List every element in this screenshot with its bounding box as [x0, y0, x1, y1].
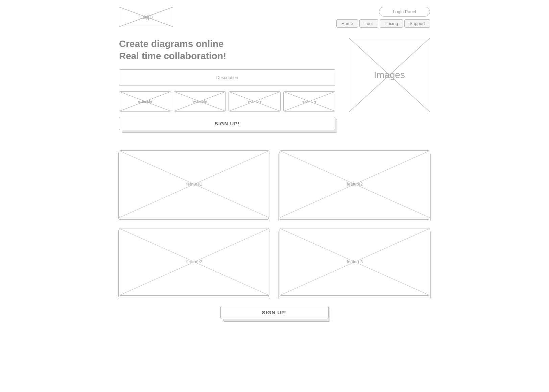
- feature-card-4: feature3: [280, 228, 430, 296]
- svg-line-0: [119, 7, 173, 27]
- feature-card-2-front: feature2: [280, 150, 430, 218]
- header: Logo Login Panel Home Tour Pricing Suppo…: [119, 7, 430, 28]
- login-panel[interactable]: Login Panel: [379, 7, 430, 17]
- nav-area: Login Panel Home Tour Pricing Support: [336, 7, 430, 28]
- hero-left: Create diagrams online Real time collabo…: [119, 38, 335, 133]
- bottom-signup-wrapper: SIGN UP!: [220, 306, 329, 319]
- examples-row: example example example: [119, 91, 335, 112]
- nav-pricing[interactable]: Pricing: [380, 19, 403, 28]
- feature-2-label: feature2: [347, 181, 363, 187]
- example-label-4: example: [302, 99, 316, 103]
- nav-links: Home Tour Pricing Support: [336, 19, 430, 28]
- example-2: example: [174, 91, 226, 112]
- svg-line-1: [119, 7, 173, 27]
- nav-home[interactable]: Home: [336, 19, 358, 28]
- features-section: feature1 feature2: [119, 150, 430, 296]
- signup-button[interactable]: SIGN UP!: [119, 117, 335, 130]
- example-3: example: [229, 91, 281, 112]
- feature-4-label: feature3: [347, 259, 363, 264]
- feature-card-4-front: feature3: [280, 228, 430, 296]
- bottom-signup: SIGN UP!: [119, 306, 430, 319]
- bottom-signup-button[interactable]: SIGN UP!: [220, 306, 329, 319]
- example-label-3: example: [247, 99, 262, 103]
- feature-card-3: feature2: [119, 228, 269, 296]
- example-4: example: [283, 91, 335, 112]
- page-wrapper: Logo Login Panel Home Tour Pricing Suppo…: [105, 0, 444, 326]
- logo-x-icon: [119, 7, 173, 27]
- logo-label: Logo: [139, 14, 153, 21]
- nav-support[interactable]: Support: [404, 19, 430, 28]
- feature-card-3-front: feature2: [119, 228, 269, 296]
- logo: Logo: [119, 7, 173, 27]
- hero-image: Images: [349, 38, 430, 112]
- features-row-2: feature2 feature3: [119, 228, 430, 296]
- nav-tour[interactable]: Tour: [359, 19, 378, 28]
- hero-image-label: Images: [374, 70, 405, 80]
- hero-section: Create diagrams online Real time collabo…: [119, 38, 430, 133]
- description-box: Description: [119, 69, 335, 86]
- features-row-1: feature1 feature2: [119, 150, 430, 218]
- signup-btn-wrapper: SIGN UP!: [119, 117, 335, 130]
- feature-card-2: feature2: [280, 150, 430, 218]
- hero-title: Create diagrams online Real time collabo…: [119, 38, 335, 63]
- feature-card-1: feature1: [119, 150, 269, 218]
- feature-card-1-front: feature1: [119, 150, 269, 218]
- example-1: example: [119, 91, 171, 112]
- example-label-2: example: [193, 99, 207, 103]
- example-label-1: example: [138, 99, 152, 103]
- feature-3-label: feature2: [186, 259, 202, 264]
- feature-1-label: feature1: [186, 181, 202, 187]
